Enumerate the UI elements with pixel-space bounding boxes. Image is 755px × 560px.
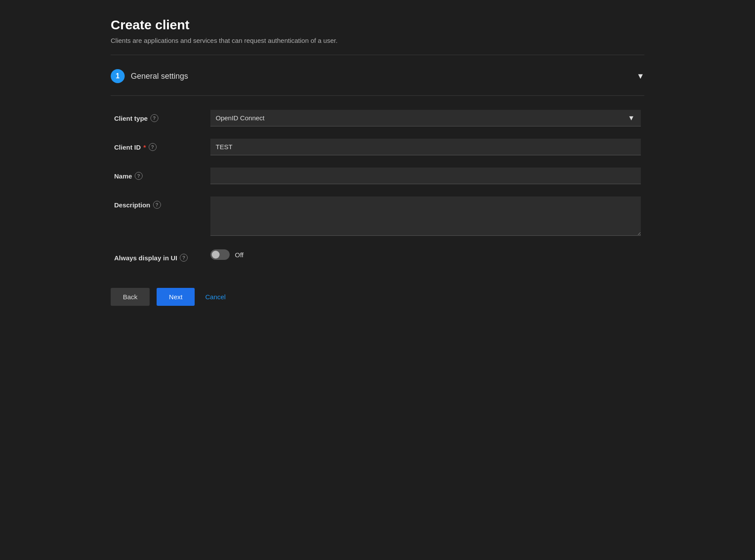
- name-row: Name ?: [114, 168, 641, 184]
- button-row: Back Next Cancel: [111, 288, 644, 306]
- always-display-row: Always display in UI ? Off: [114, 249, 641, 262]
- required-star: *: [143, 144, 146, 151]
- back-button[interactable]: Back: [111, 288, 150, 306]
- client-type-control: OpenID Connect SAML ▼: [210, 110, 641, 126]
- always-display-control: Off: [210, 249, 641, 260]
- description-control: [210, 196, 641, 237]
- always-display-toggle[interactable]: [210, 249, 230, 260]
- client-id-row: Client ID * ?: [114, 139, 641, 155]
- client-type-select[interactable]: OpenID Connect SAML: [210, 110, 641, 126]
- step-badge: 1: [111, 69, 125, 83]
- client-id-input[interactable]: [210, 139, 641, 155]
- name-control: [210, 168, 641, 184]
- description-label: Description ?: [114, 201, 210, 209]
- cancel-button[interactable]: Cancel: [202, 288, 229, 306]
- section-header-left: 1 General settings: [111, 69, 188, 83]
- name-label: Name ?: [114, 172, 210, 180]
- name-input[interactable]: [210, 168, 641, 184]
- always-display-label-col: Always display in UI ?: [114, 249, 210, 262]
- client-id-control: [210, 139, 641, 155]
- toggle-track: [210, 249, 230, 260]
- description-row: Description ?: [114, 196, 641, 237]
- description-help-icon[interactable]: ?: [153, 201, 161, 209]
- client-type-help-icon[interactable]: ?: [150, 114, 158, 122]
- next-button[interactable]: Next: [157, 288, 195, 306]
- client-id-label: Client ID * ?: [114, 143, 210, 151]
- description-label-col: Description ?: [114, 196, 210, 209]
- section-header: 1 General settings ▼: [111, 69, 644, 83]
- toggle-thumb: [212, 251, 220, 259]
- toggle-state-label: Off: [235, 251, 244, 259]
- client-type-label: Client type ?: [114, 114, 210, 122]
- page-header: Create client Clients are applications a…: [111, 18, 644, 55]
- name-help-icon[interactable]: ?: [135, 172, 143, 180]
- client-type-row: Client type ? OpenID Connect SAML ▼: [114, 110, 641, 126]
- client-type-select-wrapper: OpenID Connect SAML ▼: [210, 110, 641, 126]
- divider: [111, 95, 644, 96]
- always-display-label: Always display in UI ?: [114, 254, 210, 262]
- page-subtitle: Clients are applications and services th…: [111, 37, 644, 44]
- description-textarea[interactable]: [210, 196, 641, 236]
- name-label-col: Name ?: [114, 168, 210, 180]
- client-id-help-icon[interactable]: ?: [149, 143, 157, 151]
- form-container: Client type ? OpenID Connect SAML ▼ Clie…: [111, 110, 644, 262]
- client-type-label-col: Client type ?: [114, 110, 210, 122]
- toggle-row: Off: [210, 249, 641, 260]
- page-title: Create client: [111, 18, 644, 32]
- chevron-down-icon[interactable]: ▼: [636, 72, 644, 81]
- always-display-help-icon[interactable]: ?: [180, 254, 188, 262]
- client-id-label-col: Client ID * ?: [114, 139, 210, 151]
- section-title: General settings: [131, 72, 188, 81]
